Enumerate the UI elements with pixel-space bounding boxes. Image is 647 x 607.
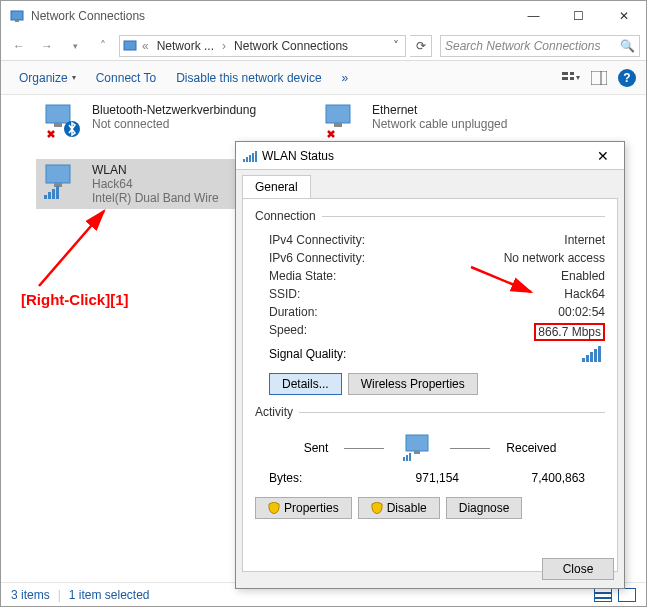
properties-button[interactable]: Properties <box>255 497 352 519</box>
refresh-button[interactable]: ⟳ <box>410 35 432 57</box>
ipv4-label: IPv4 Connectivity: <box>269 233 365 247</box>
svg-rect-5 <box>570 72 574 75</box>
signal-bars-icon <box>581 345 605 363</box>
dialog-titlebar[interactable]: WLAN Status ✕ <box>236 142 624 170</box>
connection-bluetooth[interactable]: Bluetooth-Netzwerkverbindung Not connect… <box>36 99 286 143</box>
connection-name: Bluetooth-Netzwerkverbindung <box>92 103 256 117</box>
diagnose-button[interactable]: Diagnose <box>446 497 523 519</box>
chevron-down-icon[interactable]: ˅ <box>389 39 403 53</box>
bytes-sent-value: 971,154 <box>329 471 459 485</box>
item-count: 3 items <box>11 588 50 602</box>
svg-rect-1 <box>15 20 19 22</box>
svg-rect-14 <box>46 165 70 183</box>
signal-icon <box>242 149 258 163</box>
ipv4-value: Internet <box>564 233 605 247</box>
connection-ethernet[interactable]: Ethernet Network cable unplugged <box>316 99 566 143</box>
back-button[interactable]: ← <box>7 34 31 58</box>
close-button[interactable]: ✕ <box>601 1 646 31</box>
dialog-close-button[interactable]: ✕ <box>588 148 618 164</box>
svg-rect-28 <box>590 352 593 362</box>
signal-quality-label: Signal Quality: <box>269 347 581 361</box>
speed-value: 866.7 Mbps <box>534 323 605 341</box>
large-icons-view-icon[interactable] <box>618 588 636 602</box>
svg-rect-2 <box>124 41 136 50</box>
svg-rect-16 <box>44 195 47 199</box>
forward-button[interactable]: → <box>35 34 59 58</box>
close-button[interactable]: Close <box>542 558 614 580</box>
svg-rect-27 <box>586 355 589 362</box>
svg-rect-0 <box>11 11 23 20</box>
wlan-status-dialog: WLAN Status ✕ General Connection IPv4 Co… <box>235 141 625 589</box>
svg-rect-13 <box>334 123 342 127</box>
shield-icon <box>371 502 383 514</box>
shield-icon <box>268 502 280 514</box>
svg-rect-30 <box>598 346 601 362</box>
svg-rect-4 <box>562 77 568 80</box>
view-options-icon[interactable]: ▾ <box>562 69 580 87</box>
ipv6-label: IPv6 Connectivity: <box>269 251 365 265</box>
recent-dropdown[interactable]: ▾ <box>63 34 87 58</box>
duration-value: 00:02:54 <box>558 305 605 319</box>
window-controls: — ☐ ✕ <box>511 1 646 31</box>
connection-ssid: Hack64 <box>92 177 219 191</box>
up-button[interactable]: ˄ <box>91 34 115 58</box>
breadcrumb-seg[interactable]: Network ... <box>153 39 218 53</box>
details-button[interactable]: Details... <box>269 373 342 395</box>
dialog-title: WLAN Status <box>262 149 588 163</box>
chevron-right-icon: › <box>220 39 228 53</box>
connection-name: WLAN <box>92 163 219 177</box>
svg-rect-17 <box>48 192 51 199</box>
tab-general[interactable]: General <box>242 175 311 199</box>
disable-button[interactable]: Disable <box>358 497 440 519</box>
window-title: Network Connections <box>31 9 511 23</box>
location-icon <box>122 38 138 54</box>
svg-rect-35 <box>409 453 411 461</box>
connection-adapter: Intel(R) Dual Band Wire <box>92 191 219 205</box>
tab-panel-general: Connection IPv4 Connectivity:Internet IP… <box>242 198 618 572</box>
activity-icon <box>400 433 434 463</box>
selected-count: 1 item selected <box>69 588 150 602</box>
address-bar: ← → ▾ ˄ « Network ... › Network Connecti… <box>1 31 646 61</box>
svg-rect-18 <box>52 189 55 199</box>
svg-rect-19 <box>56 186 59 199</box>
svg-rect-23 <box>249 155 251 162</box>
connection-status: Not connected <box>92 117 256 131</box>
bytes-label: Bytes: <box>269 471 329 485</box>
breadcrumb-seg[interactable]: Network Connections <box>230 39 352 53</box>
minimize-button[interactable]: — <box>511 1 556 31</box>
media-state-label: Media State: <box>269 269 336 283</box>
tab-strip: General <box>236 170 624 198</box>
sent-label: Sent <box>304 441 329 455</box>
received-label: Received <box>506 441 556 455</box>
help-icon[interactable]: ? <box>618 69 636 87</box>
speed-label: Speed: <box>269 323 307 341</box>
connect-to-button[interactable]: Connect To <box>88 67 165 89</box>
preview-pane-icon[interactable] <box>590 69 608 87</box>
media-state-value: Enabled <box>561 269 605 283</box>
svg-rect-34 <box>406 455 408 461</box>
wireless-properties-button[interactable]: Wireless Properties <box>348 373 478 395</box>
maximize-button[interactable]: ☐ <box>556 1 601 31</box>
ssid-label: SSID: <box>269 287 300 301</box>
toolbar: Organize▾ Connect To Disable this networ… <box>1 61 646 95</box>
more-commands[interactable]: » <box>334 67 357 89</box>
svg-rect-22 <box>246 157 248 162</box>
organize-menu[interactable]: Organize▾ <box>11 67 84 89</box>
wlan-icon <box>42 163 82 199</box>
address-box[interactable]: « Network ... › Network Connections ˅ <box>119 35 406 57</box>
svg-rect-9 <box>46 105 70 123</box>
connection-section-label: Connection <box>255 209 316 223</box>
connection-status: Network cable unplugged <box>372 117 507 131</box>
divider: | <box>58 588 61 602</box>
titlebar: Network Connections — ☐ ✕ <box>1 1 646 31</box>
svg-rect-31 <box>406 435 428 451</box>
svg-rect-29 <box>594 349 597 362</box>
details-view-icon[interactable] <box>594 588 612 602</box>
search-input[interactable]: Search Network Connections 🔍 <box>440 35 640 57</box>
search-placeholder: Search Network Connections <box>445 39 620 53</box>
bytes-received-value: 7,400,863 <box>499 471 605 485</box>
activity-section-label: Activity <box>255 405 293 419</box>
svg-rect-25 <box>255 151 257 162</box>
ethernet-icon <box>322 103 362 139</box>
disable-device-button[interactable]: Disable this network device <box>168 67 329 89</box>
